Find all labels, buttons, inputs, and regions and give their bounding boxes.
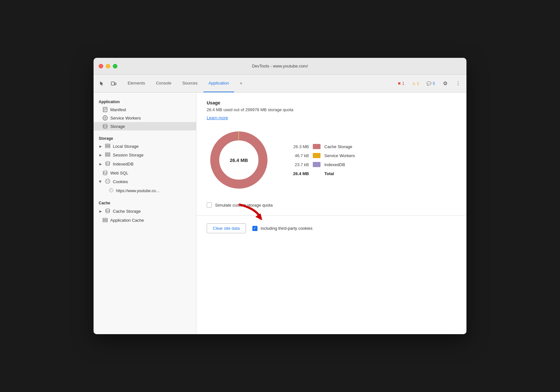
more-options-button[interactable]: ⋮: [453, 78, 463, 89]
sidebar-item-app-cache[interactable]: Application Cache: [94, 216, 196, 224]
cursor-icon: [99, 81, 105, 86]
app-cache-icon: [103, 218, 108, 223]
legend-cache-color: [313, 144, 321, 149]
svg-point-31: [112, 191, 112, 191]
sidebar-item-cache-storage[interactable]: ▶ Cache Storage: [94, 207, 196, 216]
simulate-checkbox[interactable]: [207, 202, 212, 208]
red-arrow: [236, 201, 265, 222]
main-content: Application Manifest: [94, 93, 466, 334]
sidebar: Application Manifest: [94, 93, 196, 334]
storage-icon: [103, 124, 108, 129]
sidebar-item-storage[interactable]: Storage: [94, 122, 196, 130]
window-title: DevTools - www.youtube.com/: [252, 64, 308, 68]
expand-arrow-cookies: ▶: [99, 180, 103, 184]
legend-sw-value: 46.7 kB: [286, 153, 309, 158]
error-count: 1: [402, 81, 404, 86]
traffic-lights: [99, 64, 117, 68]
inspect-icon-button[interactable]: [97, 78, 107, 89]
maximize-button[interactable]: [113, 64, 117, 68]
sidebar-item-cookies-url[interactable]: https://www.youtube.co…: [94, 186, 196, 195]
legend-sw-label: Service Workers: [324, 153, 355, 158]
titlebar: DevTools - www.youtube.com/: [94, 58, 466, 75]
toolbar-right: ✖ 1 ⚠ 1 💬 5 ⚙ ⋮: [395, 78, 463, 89]
toolbar: Elements Console Sources Application » ✖…: [94, 75, 466, 93]
legend: 26.3 MB Cache Storage 46.7 kB Service Wo…: [286, 144, 355, 176]
learn-more-link[interactable]: Learn more: [207, 115, 228, 120]
legend-total-spacer: [313, 171, 321, 176]
sidebar-storage-header: Storage: [94, 134, 196, 142]
sidebar-item-service-workers[interactable]: Service Workers: [94, 114, 196, 122]
bottom-section: Clear site data ✓ including third-party …: [207, 222, 456, 233]
svg-point-20: [103, 171, 107, 173]
close-button[interactable]: [99, 64, 103, 68]
devtools-window: DevTools - www.youtube.com/ Elements Con…: [94, 58, 466, 334]
tab-application[interactable]: Application: [203, 75, 234, 92]
ellipsis-icon: ⋮: [456, 80, 461, 86]
expand-arrow-indexeddb: ▶: [99, 162, 103, 166]
legend-item-idb: 23.7 kB IndexedDB: [286, 162, 355, 167]
svg-rect-14: [105, 146, 110, 147]
device-toggle-button[interactable]: [108, 78, 119, 89]
svg-point-25: [108, 182, 109, 182]
sidebar-app-header: Application: [94, 98, 196, 105]
app-cache-label: Application Cache: [110, 218, 144, 223]
checkmark-icon: ✓: [253, 227, 256, 230]
toolbar-tabs: Elements Console Sources Application »: [122, 75, 247, 92]
svg-point-29: [111, 189, 112, 190]
tab-sources[interactable]: Sources: [177, 75, 203, 92]
sidebar-item-local-storage[interactable]: ▶ Local Storage: [94, 142, 196, 151]
sidebar-item-indexeddb[interactable]: ▶ IndexedDB: [94, 159, 196, 169]
message-badge-button[interactable]: 💬 5: [424, 80, 438, 87]
sidebar-item-web-sql[interactable]: Web SQL: [94, 169, 196, 177]
settings-button[interactable]: ⚙: [440, 78, 450, 89]
message-icon: 💬: [427, 81, 431, 86]
error-badge-button[interactable]: ✖ 1: [395, 80, 407, 87]
legend-idb-value: 23.7 kB: [286, 162, 309, 167]
sidebar-item-cookies[interactable]: ▶ Cookies: [94, 177, 196, 186]
sidebar-item-manifest[interactable]: Manifest: [94, 105, 196, 114]
session-storage-icon: [105, 152, 110, 158]
cache-storage-label: Cache Storage: [113, 209, 141, 214]
expand-arrow-cache-storage: ▶: [99, 209, 103, 213]
minimize-button[interactable]: [106, 64, 110, 68]
svg-point-24: [107, 182, 107, 182]
svg-point-23: [108, 180, 109, 181]
svg-rect-34: [103, 218, 107, 219]
svg-point-26: [107, 181, 108, 182]
clear-site-data-button[interactable]: Clear site data: [207, 223, 246, 233]
message-count: 5: [433, 81, 435, 86]
svg-point-12: [103, 124, 107, 126]
usage-text: 26.4 MB used out of 299978 MB storage qu…: [207, 107, 456, 112]
service-workers-icon: [103, 115, 108, 120]
tab-console[interactable]: Console: [151, 75, 176, 92]
storage-item-label: Storage: [110, 124, 125, 129]
warning-badge-button[interactable]: ⚠ 1: [410, 80, 422, 87]
legend-total-label: Total: [324, 171, 334, 176]
donut-center-label: 26.4 MB: [230, 157, 248, 163]
third-party-checkbox[interactable]: ✓: [252, 226, 257, 231]
legend-cache-value: 26.3 MB: [286, 144, 309, 149]
clear-site-data-label: Clear site data: [213, 226, 240, 231]
tab-elements[interactable]: Elements: [122, 75, 150, 92]
legend-sw-color: [313, 153, 321, 158]
svg-rect-18: [105, 156, 110, 156]
cookies-icon: [105, 179, 110, 185]
local-storage-icon: [105, 144, 110, 149]
error-icon: ✖: [398, 81, 401, 86]
third-party-checkbox-row: ✓ including third-party cookies: [252, 226, 312, 231]
web-sql-icon: [103, 170, 108, 175]
sidebar-item-session-storage[interactable]: ▶ Session Storage: [94, 151, 196, 159]
sidebar-cache-header: Cache: [94, 199, 196, 207]
svg-rect-13: [105, 144, 110, 145]
svg-point-7: [104, 117, 106, 119]
chart-area: 26.4 MB 26.3 MB Cache Storage 46.7 kB Se…: [207, 128, 456, 192]
session-storage-label: Session Storage: [113, 153, 143, 157]
tab-more[interactable]: »: [235, 75, 247, 92]
svg-rect-15: [105, 147, 110, 148]
manifest-icon: [103, 107, 108, 112]
expand-arrow-local-storage: ▶: [99, 145, 103, 148]
local-storage-label: Local Storage: [113, 144, 139, 149]
svg-point-19: [106, 162, 110, 163]
svg-rect-36: [103, 221, 107, 222]
svg-rect-17: [105, 154, 110, 155]
